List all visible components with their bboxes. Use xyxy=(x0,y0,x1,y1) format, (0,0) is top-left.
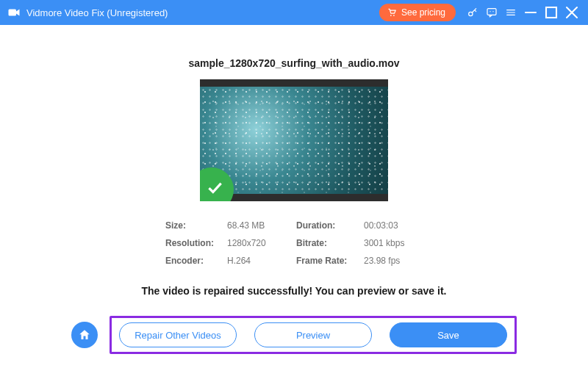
maximize-button[interactable] xyxy=(541,3,562,22)
preview-button[interactable]: Preview xyxy=(254,322,372,347)
svg-point-5 xyxy=(490,11,490,12)
size-label: Size: xyxy=(165,220,224,231)
bitrate-label: Bitrate: xyxy=(296,238,361,248)
svg-rect-7 xyxy=(546,7,556,18)
svg-rect-4 xyxy=(487,9,496,15)
bitrate-value: 3001 kbps xyxy=(364,238,423,248)
video-info-grid: Size: 68.43 MB Duration: 00:03:03 Resolu… xyxy=(165,220,423,266)
repair-other-videos-button[interactable]: Repair Other Videos xyxy=(119,322,237,347)
menu-icon[interactable] xyxy=(501,3,520,22)
size-value: 68.43 MB xyxy=(227,220,293,231)
main-content: sample_1280x720_surfing_with_audio.mov S… xyxy=(0,25,588,379)
resolution-label: Resolution: xyxy=(165,238,224,248)
svg-rect-0 xyxy=(9,10,17,16)
check-icon xyxy=(205,178,224,197)
success-message: The video is repaired successfully! You … xyxy=(142,285,447,297)
see-pricing-label: See pricing xyxy=(401,7,445,18)
titlebar: Vidmore Video Fix (Unregistered) See pri… xyxy=(0,0,588,25)
app-title: Vidmore Video Fix (Unregistered) xyxy=(26,7,168,18)
home-icon xyxy=(78,328,91,342)
see-pricing-button[interactable]: See pricing xyxy=(379,4,456,21)
feedback-icon[interactable] xyxy=(482,3,501,22)
duration-label: Duration: xyxy=(296,220,361,231)
video-thumbnail xyxy=(200,79,388,201)
framerate-label: Frame Rate: xyxy=(296,256,361,266)
save-button[interactable]: Save xyxy=(390,322,507,347)
home-button[interactable] xyxy=(71,322,98,348)
encoder-label: Encoder: xyxy=(165,256,224,266)
close-button[interactable] xyxy=(562,3,582,22)
key-icon[interactable] xyxy=(463,3,482,22)
app-logo-icon xyxy=(7,6,21,19)
filename-label: sample_1280x720_surfing_with_audio.mov xyxy=(188,57,399,69)
app-window: Vidmore Video Fix (Unregistered) See pri… xyxy=(0,0,588,379)
encoder-value: H.264 xyxy=(227,256,293,266)
svg-point-2 xyxy=(393,15,395,16)
bottom-actions-row: Repair Other Videos Preview Save xyxy=(71,316,517,354)
svg-point-1 xyxy=(390,15,392,16)
cart-icon xyxy=(387,7,397,18)
resolution-value: 1280x720 xyxy=(227,238,293,248)
svg-point-6 xyxy=(492,11,493,12)
minimize-button[interactable] xyxy=(520,3,541,22)
framerate-value: 23.98 fps xyxy=(364,256,423,266)
duration-value: 00:03:03 xyxy=(364,220,423,231)
actions-highlight-box: Repair Other Videos Preview Save xyxy=(110,316,517,354)
